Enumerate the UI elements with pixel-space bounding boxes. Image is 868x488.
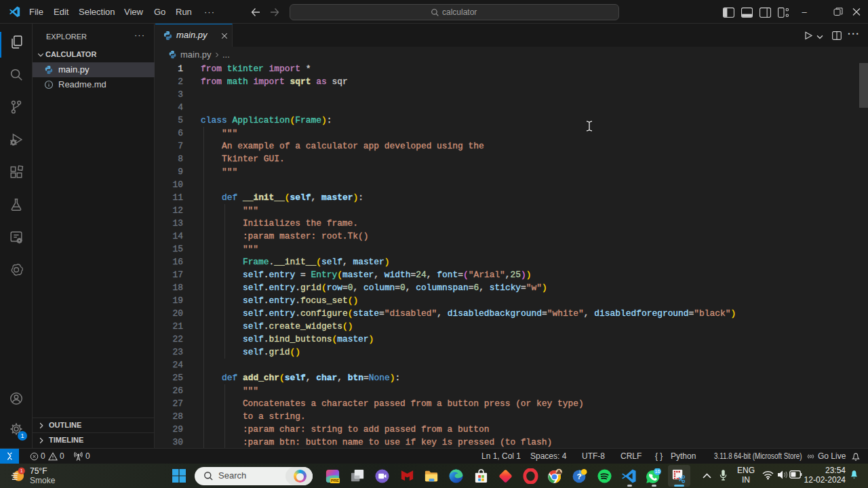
svg-text:1: 1 [20, 468, 23, 474]
svg-text:16: 16 [655, 469, 660, 474]
svg-text:PRE: PRE [331, 479, 339, 483]
svg-text:?: ? [577, 472, 582, 481]
